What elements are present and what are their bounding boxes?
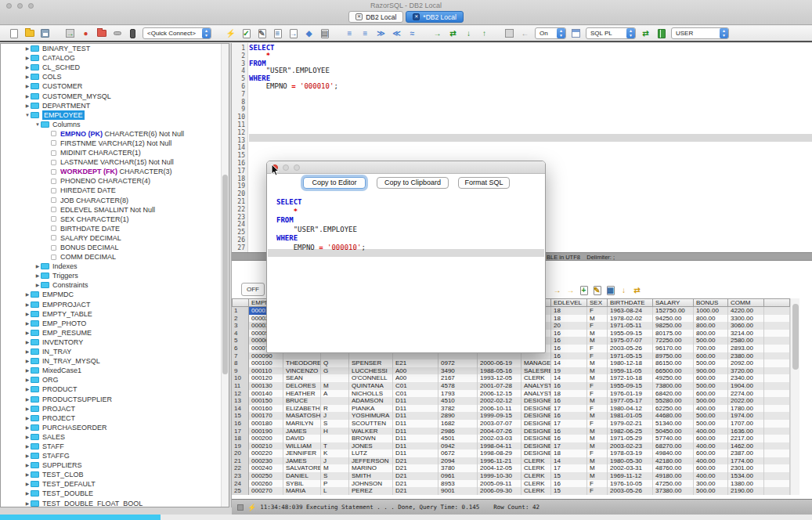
cell[interactable]: A00 xyxy=(393,367,438,375)
cell[interactable]: CLERK xyxy=(521,487,551,495)
tree-item-productsupplier[interactable]: ▶PRODUCTSUPPLIER xyxy=(1,394,229,403)
cell[interactable]: 600.00 xyxy=(694,464,728,472)
cell[interactable]: 800.00 xyxy=(694,315,728,323)
cell[interactable]: SPENSER xyxy=(349,359,393,367)
cell[interactable]: 94250.00 xyxy=(653,315,694,323)
tree-collapse-arrow-icon[interactable]: ▶ xyxy=(24,319,31,328)
cell[interactable]: O'CONNELL xyxy=(349,374,393,382)
cell[interactable]: 000190 xyxy=(249,428,283,435)
cell[interactable]: F xyxy=(587,405,608,413)
tree-item-emp-resume[interactable]: ▶EMP_RESUME xyxy=(1,328,229,338)
cell[interactable]: 1904.00 xyxy=(728,382,764,390)
tree-item-product[interactable]: ▶PRODUCT xyxy=(1,385,229,394)
result-save-icon[interactable]: ▦ xyxy=(605,285,615,295)
dropdown-stepper-icon[interactable]: ▲▼ xyxy=(557,28,565,38)
cell[interactable]: 2022.00 xyxy=(728,397,764,405)
cell[interactable]: 000270 xyxy=(249,487,283,495)
tree-collapse-arrow-icon[interactable]: ▶ xyxy=(24,395,31,404)
cell[interactable]: M xyxy=(587,330,608,338)
cell[interactable]: D21 xyxy=(393,464,438,472)
cell[interactable]: 000230 xyxy=(249,457,283,465)
cell[interactable]: 000240 xyxy=(249,464,283,472)
cell[interactable]: 1774.00 xyxy=(728,457,764,465)
cell[interactable]: 4501 xyxy=(438,435,478,442)
cell[interactable]: 73800.00 xyxy=(653,382,694,390)
results-scrollbar[interactable] xyxy=(790,298,799,495)
tree-collapse-arrow-icon[interactable]: ▶ xyxy=(24,460,31,470)
cell[interactable]: D11 xyxy=(393,397,438,405)
tree-collapse-arrow-icon[interactable]: ▶ xyxy=(24,81,31,91)
cell[interactable]: M xyxy=(587,374,608,382)
cell[interactable]: MARILYN xyxy=(283,420,321,428)
cell[interactable]: 1981-01-05 xyxy=(608,412,653,420)
cell[interactable]: 500.00 xyxy=(694,412,728,420)
cell[interactable]: M xyxy=(587,315,608,323)
cell[interactable]: 8953 xyxy=(438,480,478,488)
cell[interactable] xyxy=(393,352,438,360)
cell[interactable]: 800.00 xyxy=(694,330,728,338)
tree-item-projact[interactable]: ▶PROJACT xyxy=(1,404,229,413)
export-icon[interactable]: → xyxy=(287,27,299,39)
cell[interactable]: 1999-09-15 xyxy=(478,412,521,420)
cell[interactable]: WILLIAM xyxy=(283,442,321,450)
cell[interactable]: 1979-02-21 xyxy=(608,420,653,428)
quick-connect-dropdown[interactable]: <Quick Connect>▲▼ xyxy=(143,27,211,39)
tree-item-in-tray-mysql[interactable]: ▶IN_TRAY_MYSQL xyxy=(1,356,229,366)
cell[interactable]: F xyxy=(587,345,608,352)
refresh-tree-icon[interactable]: ⇄ xyxy=(640,27,651,39)
tree-collapse-arrow-icon[interactable]: ▶ xyxy=(24,442,31,451)
cell[interactable]: 37380.00 xyxy=(653,487,694,495)
cell[interactable]: 2340.00 xyxy=(728,374,764,382)
result-edit-icon[interactable]: ✎ xyxy=(592,285,602,295)
schema-dropdown[interactable]: USER▲▼ xyxy=(671,27,729,39)
cell[interactable]: D11 xyxy=(393,412,438,420)
cell[interactable]: 000160 xyxy=(249,405,283,413)
tree-expand-arrow-icon[interactable]: ▼ xyxy=(34,120,41,129)
indent-icon[interactable]: ≫ xyxy=(375,27,387,39)
window-titlebar[interactable]: RazorSQL - DB2 Local ✕DB2 Local✕*DB2 Loc… xyxy=(0,0,812,25)
cell[interactable]: 400.00 xyxy=(694,405,728,413)
tree-item-test-clob[interactable]: ▶TEST_CLOB xyxy=(1,470,229,479)
cell[interactable]: DESIGNER xyxy=(521,412,551,420)
cell[interactable]: T xyxy=(321,442,349,450)
column-header-bonus[interactable]: BONUS xyxy=(694,298,728,307)
cell[interactable]: 16 xyxy=(551,337,587,345)
cell[interactable]: 4220.00 xyxy=(728,307,764,315)
cell[interactable]: 1998-04-11 xyxy=(478,442,521,450)
column-header-sex[interactable]: SEX xyxy=(587,298,608,307)
cell[interactable]: 2380.00 xyxy=(728,352,764,360)
tree-collapse-arrow-icon[interactable]: ▶ xyxy=(24,489,31,498)
cell[interactable]: 1793 xyxy=(438,390,478,398)
cell[interactable]: D11 xyxy=(393,428,438,435)
cell[interactable]: 1780.00 xyxy=(728,405,764,413)
tree-item-in-tray[interactable]: ▶IN_TRAY xyxy=(1,347,229,356)
tree-item-department[interactable]: ▶DEPARTMENT xyxy=(1,101,229,110)
tree-item-customer-mysql[interactable]: ▶CUSTOMER_MYSQL xyxy=(1,91,229,100)
tree-item-mixedcase1[interactable]: ▶MixedCase1 xyxy=(1,366,229,375)
cell[interactable]: 9001 xyxy=(438,487,478,495)
cell[interactable]: 800.00 xyxy=(694,322,728,330)
cell[interactable]: 1971-05-11 xyxy=(608,322,653,330)
cell[interactable]: ELIZABETH xyxy=(283,405,321,413)
cell[interactable]: J xyxy=(321,457,349,465)
tab-db2-local[interactable]: ✕*DB2 Local xyxy=(406,11,464,23)
tree-collapse-arrow-icon[interactable]: ▶ xyxy=(34,271,41,280)
cell[interactable]: MARINO xyxy=(349,464,393,472)
cell[interactable]: 42180.00 xyxy=(653,457,694,465)
cell[interactable]: 62250.00 xyxy=(653,405,694,413)
cell[interactable]: PIANKA xyxy=(349,405,393,413)
cell[interactable]: Q xyxy=(321,359,349,367)
cell[interactable]: 400.00 xyxy=(694,457,728,465)
cell[interactable]: H xyxy=(321,428,349,435)
cell[interactable]: MARIA xyxy=(283,487,321,495)
cell[interactable]: 2217.00 xyxy=(728,435,764,442)
cell[interactable] xyxy=(321,352,349,360)
tree-collapse-arrow-icon[interactable]: ▶ xyxy=(24,375,31,385)
tree-item-constraints[interactable]: ▶Constraints xyxy=(1,280,229,290)
cell[interactable]: 1996-11-21 xyxy=(478,457,521,465)
tree-item-empmdc[interactable]: ▶EMPMDC xyxy=(1,290,229,299)
tree-item-staffg[interactable]: ▶STAFFG xyxy=(1,451,229,460)
cell[interactable]: 96170.00 xyxy=(653,345,694,352)
tree-collapse-arrow-icon[interactable]: ▶ xyxy=(24,470,31,479)
cell[interactable]: SMITH xyxy=(349,472,393,480)
